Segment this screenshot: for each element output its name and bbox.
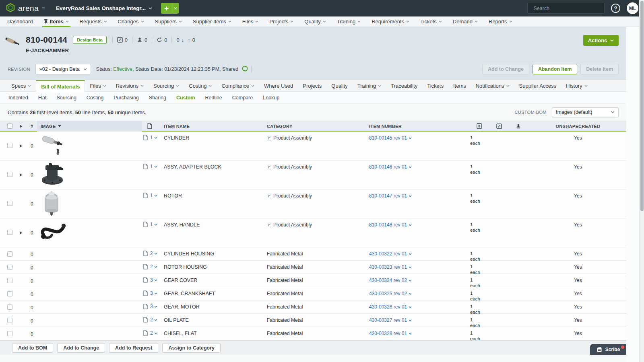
item-number-link[interactable]: 430-00323 rev 01	[369, 264, 412, 270]
subtab-purchasing[interactable]: Purchasing	[114, 95, 139, 101]
row-checkbox[interactable]	[7, 304, 12, 310]
scrollbar-thumb[interactable]	[640, 1, 644, 211]
row-checkbox[interactable]	[7, 201, 12, 206]
item-number-link[interactable]: 810-00148 rev 01	[369, 222, 412, 228]
nav-item-requirements[interactable]: Requirements	[372, 16, 409, 27]
expand-row-icon[interactable]	[20, 231, 22, 234]
where-used-stat[interactable]: 0 ↓ ↑ 0	[176, 37, 195, 43]
revision-select[interactable]: »02 - Design Beta	[35, 64, 91, 74]
tab-projects[interactable]: Projects	[298, 80, 326, 91]
expand-row-icon[interactable]	[20, 173, 22, 177]
tab-items[interactable]: Items	[448, 80, 471, 91]
row-checkbox[interactable]	[7, 143, 12, 148]
custom-bom-select[interactable]: Images (default)	[552, 107, 619, 117]
abandon-item-button[interactable]: Abandon Item	[533, 64, 577, 74]
tab-specs[interactable]: Specs	[6, 80, 36, 91]
col-item-name[interactable]: ITEM NAME	[161, 124, 264, 129]
item-number-link[interactable]: 430-00328 rev 01	[369, 331, 412, 336]
row-checkbox[interactable]	[7, 278, 12, 283]
nav-item-reports[interactable]: Reports	[489, 16, 512, 27]
tab-tickets[interactable]: Tickets	[422, 80, 448, 91]
ref-count-link[interactable]: 1	[150, 135, 157, 140]
actions-button[interactable]: Actions	[583, 35, 619, 46]
nav-item-demand[interactable]: Demand	[453, 16, 478, 27]
col-image[interactable]: IMAGE	[37, 121, 142, 132]
tab-notifications[interactable]: Notifications	[471, 80, 514, 91]
row-checkbox[interactable]	[7, 230, 12, 235]
arena-logo[interactable]: arena ™	[6, 3, 45, 14]
nav-item-changes[interactable]: Changes	[118, 16, 144, 27]
nav-item-supplier-items[interactable]: Supplier Items	[193, 16, 231, 27]
nav-item-training[interactable]: Training	[337, 16, 361, 27]
tab-traceability[interactable]: Traceability	[386, 80, 422, 91]
redlines-stat[interactable]: 0	[117, 37, 128, 43]
tab-bill-of-materials[interactable]: Bill of Materials	[36, 80, 85, 92]
subtab-custom[interactable]: Custom	[176, 95, 195, 101]
add-to-change-button[interactable]: Add to Change	[57, 343, 105, 353]
subtab-compare[interactable]: Compare	[232, 95, 253, 101]
nav-item-items[interactable]: Items	[44, 16, 69, 27]
help-button[interactable]: ?	[611, 4, 620, 13]
scribe-widget[interactable]: Scribe	[590, 344, 626, 355]
col-notes[interactable]	[491, 123, 507, 129]
workspace-selector[interactable]: EveryRoad Sales Onshape Integr...	[56, 5, 152, 11]
tab-supplier-access[interactable]: Supplier Access	[514, 80, 561, 91]
expand-all-icon[interactable]	[20, 125, 22, 128]
subtab-costing[interactable]: Costing	[87, 95, 103, 101]
tab-history[interactable]: History	[561, 80, 592, 91]
nav-item-projects[interactable]: Projects	[269, 16, 293, 27]
add-to-request-button[interactable]: Add to Request	[109, 343, 158, 353]
row-checkbox[interactable]	[7, 265, 12, 270]
nav-item-quality[interactable]: Quality	[304, 16, 326, 27]
nav-item-tickets[interactable]: Tickets	[420, 16, 442, 27]
row-checkbox[interactable]	[7, 331, 12, 336]
item-number-link[interactable]: 810-00145 rev 01	[369, 135, 412, 141]
add-to-bom-button[interactable]: Add to BOM	[12, 343, 53, 353]
ref-count-link[interactable]: 3	[150, 277, 157, 283]
tab-files[interactable]: Files	[85, 80, 111, 91]
ref-count-link[interactable]: 1	[150, 164, 157, 169]
col-onshape-created[interactable]: ONSHAPECREATED	[530, 124, 626, 129]
col-quantity[interactable]	[467, 123, 491, 129]
row-checkbox[interactable]	[7, 172, 12, 177]
subtab-sharing[interactable]: Sharing	[149, 95, 166, 101]
ref-count-link[interactable]: 2	[150, 317, 157, 323]
tab-quality[interactable]: Quality	[326, 80, 352, 91]
ref-count-link[interactable]: 3	[150, 290, 157, 296]
ref-count-link[interactable]: 2	[150, 264, 157, 269]
tab-compliance[interactable]: Compliance	[217, 80, 259, 91]
changes-stat[interactable]: 0	[157, 37, 167, 43]
item-number-link[interactable]: 430-00327 rev 01	[369, 317, 412, 323]
create-new-dropdown[interactable]	[172, 3, 179, 14]
item-number-link[interactable]: 430-00324 rev 02	[369, 278, 412, 283]
item-number-link[interactable]: 430-00325 rev 02	[369, 291, 412, 296]
tab-where-used[interactable]: Where Used	[259, 80, 298, 91]
assign-to-category-button[interactable]: Assign to Category	[162, 343, 221, 353]
ref-count-link[interactable]: 1	[150, 193, 157, 198]
expand-row-icon[interactable]	[20, 144, 22, 148]
vertical-scrollbar[interactable]	[639, 0, 644, 362]
nav-item-requests[interactable]: Requests	[80, 16, 107, 27]
col-item-number[interactable]: ITEM NUMBER	[366, 124, 467, 129]
ref-count-link[interactable]: 2	[150, 251, 157, 256]
ref-count-link[interactable]: 1	[150, 222, 157, 227]
subtab-sourcing[interactable]: Sourcing	[57, 95, 76, 101]
row-checkbox[interactable]	[7, 318, 12, 323]
subtab-indented[interactable]: Indented	[8, 95, 28, 101]
tab-costing[interactable]: Costing	[184, 80, 217, 91]
col-number[interactable]: #	[27, 124, 37, 129]
item-number-link[interactable]: 810-00146 rev 01	[369, 164, 412, 170]
create-new-button[interactable]: +	[161, 3, 172, 14]
item-number-link[interactable]: 430-00326 rev 01	[369, 304, 412, 310]
ref-count-link[interactable]: 2	[150, 330, 157, 336]
item-number-link[interactable]: 810-00147 rev 01	[369, 193, 412, 199]
nav-item-files[interactable]: Files	[242, 16, 258, 27]
subtab-redline[interactable]: Redline	[205, 95, 222, 101]
subtab-lookup[interactable]: Lookup	[263, 95, 279, 101]
tab-sourcing[interactable]: Sourcing	[149, 80, 184, 91]
ref-count-link[interactable]: 3	[150, 304, 157, 309]
row-checkbox[interactable]	[7, 251, 12, 257]
advanced-search-icon[interactable]	[601, 6, 601, 11]
nav-item-dashboard[interactable]: Dashboard	[7, 16, 33, 27]
tab-training[interactable]: Training	[353, 80, 386, 91]
